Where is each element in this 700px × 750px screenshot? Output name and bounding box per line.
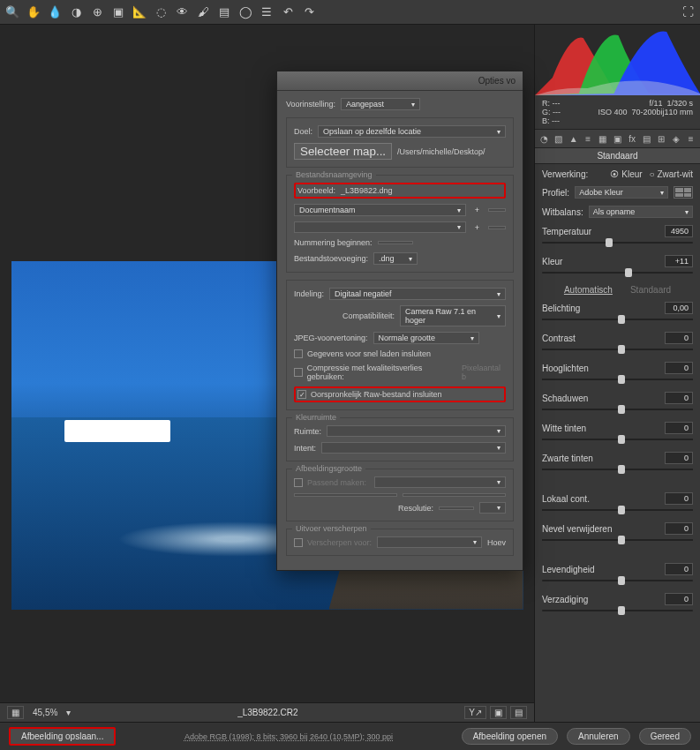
straighten-icon[interactable]: 📐 [132,5,147,19]
width-input [294,493,397,497]
tab-snapshot-icon[interactable]: ◈ [671,132,682,145]
compat-dropdown[interactable]: Camera Raw 7.1 en hoger [400,305,506,326]
zoom-icon[interactable]: 🔍 [5,5,19,19]
nummering-input [378,241,413,244]
contrast-value[interactable]: 0 [665,332,693,344]
before-after-icon[interactable]: Y↗ [464,706,486,719]
lokaalcont-slider[interactable] [542,505,693,515]
indeling-dropdown[interactable]: Digitaal negatief [329,288,506,300]
standaard-link[interactable]: Standaard [630,285,671,295]
radio-zwartwit[interactable]: Zwart-wit [650,169,693,179]
info-r: R: --- [542,99,598,108]
overlay-icon[interactable]: ▤ [510,706,527,719]
prefs-icon[interactable]: ☰ [260,5,274,19]
schaduwen-value[interactable]: 0 [665,392,693,404]
rotate-ccw-icon[interactable]: ↶ [281,5,295,19]
levendigheid-slider[interactable] [542,575,693,586]
save-options-dialog: Opties vo Voorinstelling: Aangepast Doel… [276,71,523,571]
voorbeeld-value: _L3B9822.dng [341,186,393,195]
hooglichten-slider[interactable] [542,374,693,385]
tab-presets-icon[interactable]: ⊞ [656,132,667,145]
voorinstelling-dropdown[interactable]: Aangepast [341,98,420,110]
tab-lens-icon[interactable]: ▣ [612,132,623,145]
nevel-value[interactable]: 0 [665,522,693,535]
tab-split-icon[interactable]: ▦ [598,132,609,145]
naam-suffix-input[interactable] [488,208,506,212]
belichting-value[interactable]: 0,00 [665,302,693,314]
selecteer-map-button[interactable]: Selecteer map... [294,143,392,160]
tab-fx-icon[interactable]: fx [627,132,638,145]
extensie-dropdown[interactable]: .dng [373,252,418,265]
doel-dropdown[interactable]: Opslaan op dezelfde locatie [318,125,506,138]
redeye-icon[interactable]: 👁 [175,5,189,19]
profile-browser-button[interactable] [674,186,693,199]
naam-part2-dropdown[interactable] [294,221,466,233]
spot-icon[interactable]: ◌ [154,5,168,19]
contrast-slider[interactable] [542,344,693,355]
zwartetinten-value[interactable]: 0 [665,452,693,464]
lokaalcont-value[interactable]: 0 [665,492,693,505]
levendigheid-value[interactable]: 0 [665,563,693,575]
dialog-titlebar[interactable]: Opties vo [277,71,523,91]
tab-curve-icon[interactable]: ▧ [553,132,565,145]
cancel-button[interactable]: Annuleren [567,728,630,745]
radial-icon[interactable]: ◯ [238,5,252,19]
verzadiging-value[interactable]: 0 [665,593,693,605]
extensie-label: Bestandstoevoeging: [294,254,368,263]
crop-icon[interactable]: ▣ [111,5,125,19]
fastload-checkbox[interactable]: Gegevens voor snel laden insluiten [294,349,506,358]
zoom-chevron-icon[interactable]: ▾ [66,708,71,717]
documentnaam-dropdown[interactable]: Documentnaam [294,204,466,216]
nevel-slider[interactable] [542,535,693,545]
schaduwen-slider[interactable] [542,404,693,415]
auto-link[interactable]: Automatisch [564,285,613,295]
naam-part2-input[interactable] [488,226,506,229]
filmstrip-icon[interactable]: ▦ [7,706,24,719]
embedraw-checkbox[interactable]: Oorspronkelijk Raw-bestand insluiten [294,386,506,402]
resolutie-label: Resolutie: [398,504,433,513]
wittetinten-value[interactable]: 0 [665,422,693,434]
jpegpv-dropdown[interactable]: Normale grootte [373,332,479,344]
profiel-dropdown[interactable]: Adobe Kleur [575,186,668,199]
tab-menu-icon[interactable]: ≡ [685,132,696,145]
compare-icon[interactable]: ▣ [490,706,507,719]
sampler-icon[interactable]: ◑ [69,5,83,19]
resolutie-unit-dropdown [479,502,506,514]
image-metadata-link[interactable]: Adobe RGB (1998); 8 bits; 3960 bij 2640 … [124,732,452,741]
kleur-slider[interactable] [542,267,693,278]
zoom-level[interactable]: 45,5% [33,708,57,717]
lossy-checkbox[interactable]: Compressie met kwaliteitsverlies gebruik… [294,364,456,381]
verzadiging-slider[interactable] [542,605,693,616]
nevel-label: Nevel verwijderen [542,524,612,534]
row-verwerking: Verwerking: Kleur Zwart-wit [542,169,693,179]
brush-icon[interactable]: 🖌 [196,5,210,19]
done-button[interactable]: Gereed [639,728,691,745]
belichting-slider[interactable] [542,314,693,325]
temperatuur-slider[interactable] [542,237,693,248]
kleur-value[interactable]: +11 [665,255,693,267]
wittetinten-label: Witte tinten [542,424,586,433]
eyedropper-icon[interactable]: 💧 [48,5,62,19]
temperatuur-value[interactable]: 4950 [665,225,693,237]
hooglichten-value[interactable]: 0 [665,362,693,374]
hand-icon[interactable]: ✋ [26,5,41,19]
rotate-cw-icon[interactable]: ↷ [302,5,316,19]
passend-checkbox: Passend maken: [294,476,506,488]
hoeveel-label: Hoev [487,538,506,547]
toolbar: 🔍 ✋ 💧 ◑ ⊕ ▣ 📐 ◌ 👁 🖌 ▤ ◯ ☰ ↶ ↷ ⛶ [0,0,700,25]
histogram[interactable] [535,25,700,95]
tab-detail-icon[interactable]: ▲ [568,132,579,145]
fullscreen-icon[interactable]: ⛶ [681,5,695,19]
wittetinten-slider[interactable] [542,434,693,445]
open-image-button[interactable]: Afbeelding openen [462,728,558,745]
targeted-icon[interactable]: ⊕ [90,5,104,19]
tab-calib-icon[interactable]: ▤ [641,132,652,145]
info-b: B: --- [542,116,598,125]
grad-icon[interactable]: ▤ [217,5,231,19]
witbalans-dropdown[interactable]: Als opname [589,206,693,218]
zwartetinten-slider[interactable] [542,464,693,475]
radio-kleur[interactable]: Kleur [610,169,642,179]
tab-basic-icon[interactable]: ◔ [538,132,550,145]
tab-hsl-icon[interactable]: ≡ [583,132,594,145]
save-image-button[interactable]: Afbeelding opslaan... [9,727,116,746]
